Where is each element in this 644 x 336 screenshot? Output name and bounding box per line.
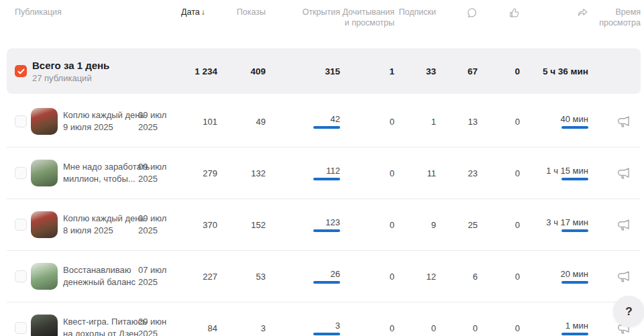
publication-date: 09 июл 2025	[138, 213, 181, 236]
shares-value: 0	[478, 117, 520, 127]
reads-value: 3	[335, 321, 340, 331]
impressions-value: 101	[181, 117, 217, 127]
shares-value: 0	[478, 168, 520, 178]
publication-thumbnail[interactable]	[31, 211, 58, 238]
summary-row: Всего за 1 день 27 публикаций 1 234 409 …	[7, 48, 641, 94]
comment-icon	[466, 7, 478, 19]
reads-progress-bar	[313, 178, 340, 180]
promote-megaphone-button[interactable]	[616, 115, 631, 128]
row-checkbox[interactable]	[15, 219, 27, 231]
summary-reads: 315	[266, 66, 340, 76]
column-impressions[interactable]: Показы	[217, 7, 266, 17]
row-checkbox[interactable]	[15, 270, 27, 282]
share-icon	[577, 7, 588, 19]
help-button[interactable]: ?	[613, 296, 644, 327]
publication-thumbnail[interactable]	[31, 263, 58, 290]
view-time-progress-bar	[561, 229, 588, 232]
row-checkbox[interactable]	[15, 167, 27, 179]
column-shares[interactable]	[520, 7, 588, 19]
publication-title[interactable]: Коплю каждый день. 8 июля 2025	[63, 213, 138, 236]
reads-cell: 123	[266, 217, 340, 232]
column-publication[interactable]: Публикация	[7, 7, 181, 17]
reads-progress-bar	[313, 229, 340, 232]
summary-comments: 33	[394, 66, 436, 76]
impressions-value: 279	[181, 168, 217, 178]
publication-date: 29 июн 2025	[138, 316, 181, 336]
comments-value: 0	[394, 323, 436, 333]
opens-value: 53	[217, 272, 266, 282]
row-checkbox[interactable]	[15, 322, 27, 334]
view-time-cell: 20 мин	[520, 269, 588, 284]
promote-megaphone-button[interactable]	[616, 270, 631, 283]
select-all-checkbox[interactable]	[15, 65, 27, 77]
table-row: Восстанавливаю денежный баланс 07 июл 20…	[7, 250, 641, 302]
column-comments[interactable]	[436, 7, 478, 19]
promote-megaphone-button[interactable]	[616, 167, 631, 180]
publication-thumbnail[interactable]	[31, 160, 58, 186]
like-icon	[508, 7, 520, 19]
publication-date: 07 июл 2025	[138, 264, 181, 288]
opens-value: 49	[217, 117, 266, 127]
subscriptions-value: 0	[340, 117, 394, 127]
publication-title[interactable]: Восстанавливаю денежный баланс	[63, 264, 138, 288]
reads-progress-bar	[313, 126, 340, 129]
view-time-value: 1 мин	[566, 321, 588, 331]
publication-date: 09 июл 2025	[138, 161, 181, 184]
summary-shares: 0	[478, 66, 520, 76]
row-checkbox[interactable]	[15, 115, 27, 127]
summary-likes: 67	[436, 66, 478, 76]
summary-subscriptions: 1	[340, 66, 394, 76]
likes-value: 6	[436, 272, 478, 282]
likes-value: 25	[436, 220, 478, 230]
view-time-value: 40 мин	[561, 114, 588, 124]
publication-date: 09 июл 2025	[138, 109, 181, 133]
table-row: Коплю каждый день. 8 июля 2025 09 июл 20…	[7, 199, 641, 250]
publication-thumbnail[interactable]	[31, 108, 58, 135]
summary-view-time: 5 ч 36 мин	[520, 66, 588, 76]
view-time-value: 20 мин	[561, 269, 588, 279]
view-time-progress-bar	[561, 126, 588, 129]
column-date-label: Дата	[181, 7, 200, 17]
column-likes[interactable]	[478, 7, 520, 19]
summary-opens: 409	[217, 66, 266, 76]
summary-impressions: 1 234	[181, 66, 217, 76]
opens-value: 152	[217, 220, 266, 230]
shares-value: 0	[478, 272, 520, 282]
sort-desc-icon: ↓	[201, 7, 205, 17]
subscriptions-value: 0	[340, 220, 394, 230]
comments-value: 1	[394, 117, 436, 127]
column-subscriptions[interactable]: Подписки	[394, 7, 436, 17]
reads-value: 42	[331, 114, 340, 124]
reads-cell: 3	[266, 321, 340, 335]
column-reads[interactable]: Дочитывания и просмотры	[340, 7, 394, 29]
reads-progress-bar	[313, 333, 340, 335]
column-opens[interactable]: Открытия	[266, 7, 340, 17]
reads-value: 123	[325, 217, 340, 227]
subscriptions-value: 0	[340, 168, 394, 178]
view-time-progress-bar	[561, 281, 588, 284]
publication-title[interactable]: Коплю каждый день. 9 июля 2025	[63, 109, 138, 133]
column-view-time[interactable]: Время просмотра	[588, 7, 641, 29]
column-date[interactable]: Дата↓	[181, 7, 217, 18]
view-time-cell: 3 ч 17 мин	[520, 217, 588, 232]
view-time-cell: 40 мин	[520, 114, 588, 129]
impressions-value: 84	[181, 323, 217, 333]
view-time-cell: 1 мин	[520, 321, 588, 335]
table-header: Публикация Дата↓ Показы Открытия Дочитыв…	[7, 0, 641, 36]
publication-thumbnail[interactable]	[31, 315, 58, 336]
publication-title[interactable]: Мне надо заработать миллион, чтобы...	[63, 161, 138, 184]
comments-value: 9	[394, 220, 436, 230]
view-time-progress-bar	[561, 333, 588, 335]
comments-value: 11	[394, 168, 436, 178]
reads-cell: 26	[266, 269, 340, 284]
view-time-value: 3 ч 17 мин	[546, 217, 588, 227]
subscriptions-value: 0	[340, 323, 394, 333]
likes-value: 13	[436, 117, 478, 127]
subscriptions-value: 0	[340, 272, 394, 282]
promote-megaphone-button[interactable]	[616, 219, 631, 231]
opens-value: 132	[217, 168, 266, 178]
summary-title: Всего за 1 день	[32, 59, 181, 72]
reads-value: 112	[326, 166, 340, 176]
publication-title[interactable]: Квест-игра. Питаюсь на доходы от Дзен ..…	[63, 316, 138, 336]
view-time-cell: 1 ч 15 мин	[520, 166, 588, 180]
